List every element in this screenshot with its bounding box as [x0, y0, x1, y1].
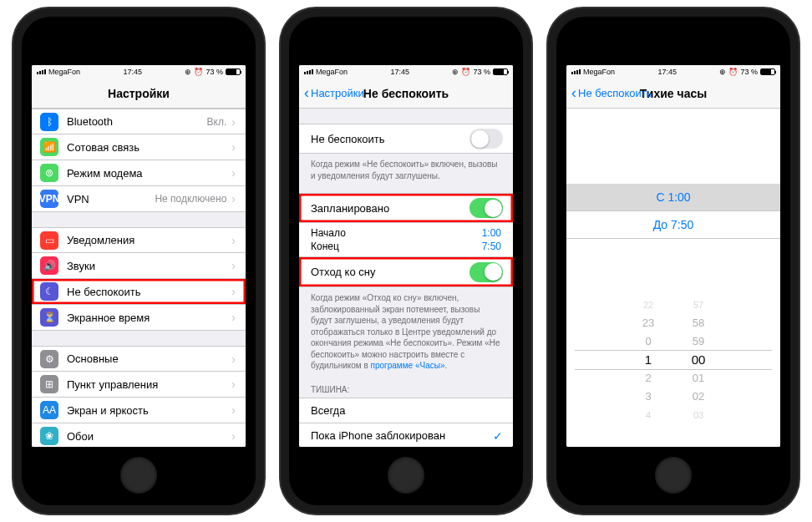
chevron-right-icon: ›: [231, 115, 236, 129]
status-time: 17:45: [123, 68, 142, 76]
row-vpn[interactable]: VPNVPNНе подключено›: [32, 186, 246, 212]
sounds-icon: 🔊: [40, 256, 58, 275]
notifications-icon: ▭: [40, 231, 58, 250]
row-notifications[interactable]: ▭Уведомления›: [32, 227, 246, 253]
back-button[interactable]: ‹Не беспокоить: [566, 84, 652, 102]
status-bar: MegaFon 17:45 ⊕⏰73 %: [32, 65, 246, 79]
toggle-bedtime[interactable]: [469, 262, 503, 282]
row-dnd-toggle[interactable]: Не беспокоить: [299, 124, 513, 154]
chevron-left-icon: ‹: [571, 84, 576, 102]
cellular-icon: 📶: [40, 138, 58, 156]
nav-bar: ‹Не беспокоить Тихие часы: [566, 79, 780, 109]
back-button[interactable]: ‹Настройки: [299, 84, 364, 102]
home-button[interactable]: [655, 457, 692, 494]
switches-icon: ⊞: [40, 375, 58, 393]
time-picker[interactable]: 22 23 0 1 2 3 4 57 58 59 00 01 02: [566, 272, 780, 447]
row-to-time[interactable]: До 7:50: [566, 211, 780, 239]
row-from-time[interactable]: С 1:00: [566, 184, 780, 211]
toggle-dnd[interactable]: [469, 129, 503, 149]
display-icon: AA: [40, 401, 58, 419]
nav-bar: ‹Настройки Не беспокоить: [299, 79, 513, 109]
nav-bar: Настройки: [32, 79, 246, 109]
picker-hours[interactable]: 22 23 0 1 2 3 4: [623, 296, 673, 424]
picker-minutes[interactable]: 57 58 59 00 01 02 03: [673, 296, 723, 424]
row-sounds[interactable]: 🔊Звуки›: [32, 253, 246, 279]
row-always[interactable]: Всегда: [299, 398, 513, 423]
hotspot-icon: ⊚: [40, 164, 58, 182]
row-wallpaper[interactable]: ❀Обои›: [32, 423, 246, 447]
bluetooth-icon: ᛒ: [40, 113, 58, 131]
page-title: Настройки: [32, 87, 246, 100]
toggle-scheduled[interactable]: [469, 198, 503, 218]
row-bluetooth[interactable]: ᛒBluetoothВкл.›: [32, 109, 246, 134]
row-do-not-disturb[interactable]: ☾Не беспокоить›: [32, 279, 246, 305]
home-button[interactable]: [388, 457, 424, 494]
row-cellular[interactable]: 📶Сотовая связь›: [32, 134, 246, 160]
wallpaper-icon: ❀: [40, 427, 58, 445]
chevron-left-icon: ‹: [304, 84, 309, 102]
row-general[interactable]: ⚙Основные›: [32, 346, 246, 372]
phone-frame-1: MegaFon 17:45 ⊕⏰73 % Настройки ᛒBluetoot…: [13, 8, 264, 514]
header-silence: ТИШИНА:: [299, 377, 513, 398]
row-hotspot[interactable]: ⊚Режим модема›: [32, 160, 246, 186]
vpn-icon: VPN: [40, 190, 58, 208]
phone-frame-2: MegaFon 17:45 ⊕⏰73 % ‹Настройки Не беспо…: [281, 8, 531, 514]
checkmark-icon: ✓: [493, 429, 503, 443]
row-bedtime[interactable]: Отход ко сну: [299, 257, 513, 287]
status-bar: MegaFon 17:45 ⊕⏰73 %: [566, 65, 780, 79]
gear-icon: ⚙: [40, 350, 58, 368]
row-display[interactable]: AAЭкран и яркость›: [32, 398, 246, 423]
moon-icon: ☾: [40, 282, 58, 301]
home-button[interactable]: [120, 457, 157, 494]
row-scheduled[interactable]: Запланировано: [299, 193, 513, 223]
footer-dnd: Когда режим «Не беспокоить» включен, выз…: [299, 154, 513, 186]
row-control-center[interactable]: ⊞Пункт управления›: [32, 372, 246, 398]
status-bar: MegaFon 17:45 ⊕⏰73 %: [299, 65, 513, 79]
row-while-locked[interactable]: Пока iPhone заблокирован✓: [299, 423, 513, 448]
row-screentime[interactable]: ⏳Экранное время›: [32, 305, 246, 331]
phone-frame-3: MegaFon 17:45 ⊕⏰73 % ‹Не беспокоить Тихи…: [548, 8, 799, 514]
hourglass-icon: ⏳: [40, 308, 58, 327]
clock-app-link[interactable]: программе «Часы»: [371, 361, 445, 370]
row-schedule-times[interactable]: Начало1:00 Конец7:50: [299, 223, 513, 257]
footer-bedtime: Когда режим «Отход ко сну» включен, забл…: [299, 287, 513, 377]
